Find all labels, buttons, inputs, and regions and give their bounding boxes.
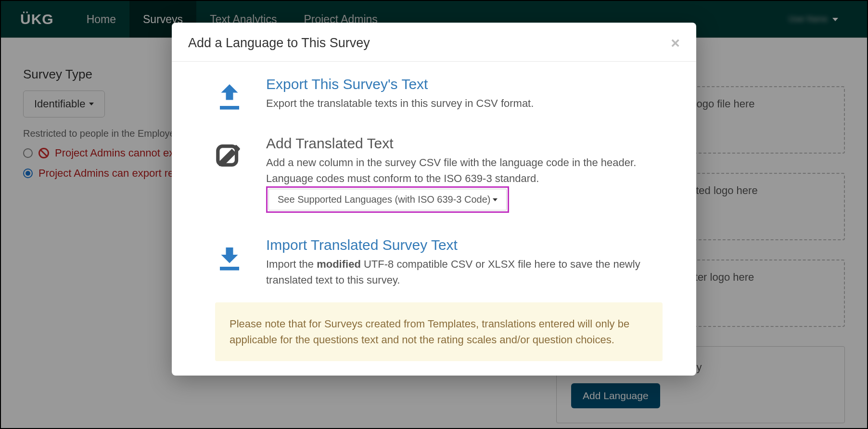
supported-languages-dropdown[interactable]: See Supported Languages (with ISO 639-3 … xyxy=(268,189,507,210)
desc-prefix: Import the xyxy=(266,258,317,270)
desc-bold: modified xyxy=(317,258,361,270)
import-icon xyxy=(215,243,244,272)
step-export: Export This Survey's Text Export the tra… xyxy=(215,76,663,111)
template-note: Please note that for Surveys created fro… xyxy=(215,302,663,361)
highlight-annotation: See Supported Languages (with ISO 639-3 … xyxy=(266,186,509,213)
modal-overlay: Add a Language to This Survey × Export T… xyxy=(1,1,867,428)
import-translated-text-link[interactable]: Import Translated Survey Text xyxy=(266,237,458,253)
edit-icon xyxy=(215,141,244,170)
export-survey-text-link[interactable]: Export This Survey's Text xyxy=(266,76,428,92)
step-desc: Import the modified UTF-8 compatible CSV… xyxy=(266,256,663,288)
add-language-modal: Add a Language to This Survey × Export T… xyxy=(172,23,696,376)
step-desc: Add a new column in the survey CSV file … xyxy=(266,155,663,186)
add-translated-text-title: Add Translated Text xyxy=(266,135,663,152)
modal-title: Add a Language to This Survey xyxy=(188,36,370,51)
close-icon[interactable]: × xyxy=(671,35,680,51)
step-desc: Export the translatable texts in this su… xyxy=(266,95,663,111)
caret-down-icon xyxy=(493,198,498,201)
step-import: Import Translated Survey Text Import the… xyxy=(215,237,663,288)
dropdown-label: See Supported Languages (with ISO 639-3 … xyxy=(278,194,491,205)
step-add-translated: Add Translated Text Add a new column in … xyxy=(215,135,663,213)
export-icon xyxy=(215,82,244,111)
